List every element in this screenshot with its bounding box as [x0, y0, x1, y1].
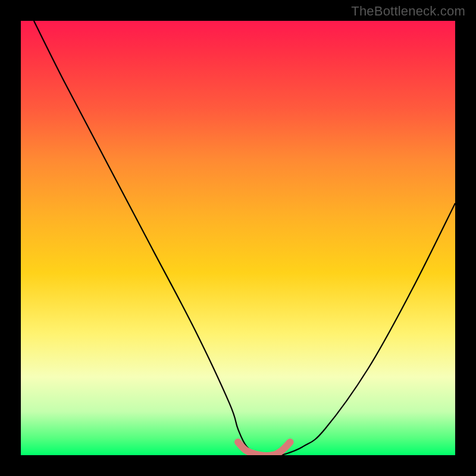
plot-area — [21, 21, 455, 455]
chart-frame: TheBottleneck.com — [0, 0, 476, 476]
watermark-text: TheBottleneck.com — [351, 4, 465, 19]
gradient-background — [21, 21, 455, 455]
